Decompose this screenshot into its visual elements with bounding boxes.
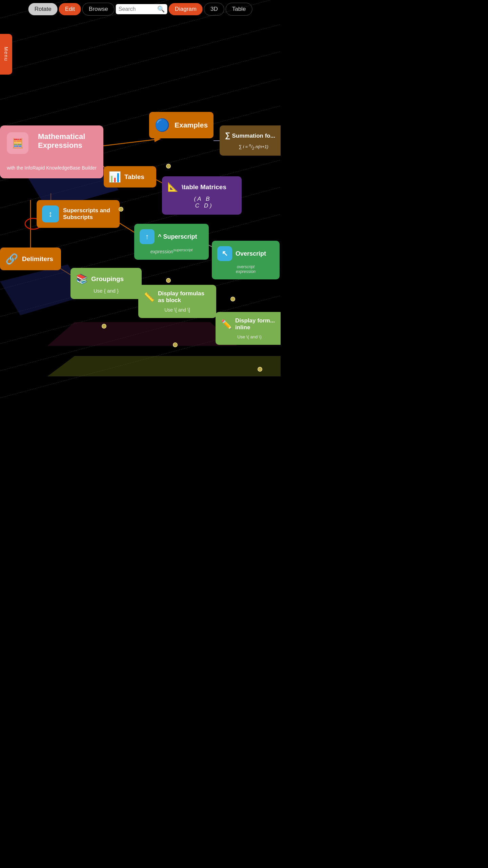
svg-marker-14 bbox=[47, 356, 281, 376]
menu-label: Menu bbox=[3, 47, 9, 61]
matrices-icon: 📐 bbox=[167, 182, 178, 192]
node-block[interactable]: 📏 Display formulas as block Use \[ and \… bbox=[138, 285, 216, 318]
superscript-icon: ↑ bbox=[140, 229, 155, 244]
math-title: Mathematical Expressions bbox=[38, 132, 97, 150]
pin-groupings bbox=[102, 324, 106, 329]
pin-examples bbox=[166, 164, 171, 169]
svg-marker-13 bbox=[47, 322, 237, 346]
math-subtitle: with the InfoRapid KnowledgeBase Builder bbox=[7, 165, 97, 172]
groupings-title: 📚 Groupings bbox=[76, 273, 136, 284]
pin-inline bbox=[258, 367, 262, 372]
pin-overscript bbox=[230, 297, 235, 301]
block-icon: 📏 bbox=[144, 292, 155, 302]
node-inline[interactable]: ✏️ Display form... inline Use \( and \) bbox=[216, 312, 281, 345]
search-input[interactable] bbox=[119, 6, 156, 12]
superscript-title: ↑ ^ Superscript bbox=[140, 229, 203, 244]
inline-title: ✏️ Display form... inline bbox=[221, 317, 278, 331]
groupings-sub: Use { and } bbox=[76, 288, 136, 294]
matrices-formula: ( A B C D ) bbox=[167, 196, 236, 209]
node-summation[interactable]: ∑ Summation fo... ∑ i = n/2 n(n+1) bbox=[220, 125, 281, 156]
overscript-icon: ↖ bbox=[217, 246, 232, 261]
math-icon: 🧮 bbox=[7, 132, 28, 154]
delimiters-icon: 🔗 bbox=[5, 253, 18, 265]
inline-sub: Use \( and \) bbox=[221, 334, 278, 339]
summation-formula: ∑ i = n/2 n(n+1) bbox=[225, 143, 281, 150]
block-sub: Use \[ and \] bbox=[144, 307, 211, 313]
superscript-formula: expressionsuperscript bbox=[140, 248, 203, 254]
grid-line bbox=[0, 0, 281, 109]
search-icon: 🔍 bbox=[157, 5, 165, 13]
node-examples[interactable]: 🔵 Examples bbox=[149, 112, 214, 138]
overscript-formula: overscriptexpression bbox=[217, 264, 274, 274]
node-superscript[interactable]: ↑ ^ Superscript expressionsuperscript bbox=[134, 224, 209, 260]
browse-button[interactable]: Browse bbox=[82, 3, 115, 16]
node-tables[interactable]: 📊 Tables bbox=[104, 166, 156, 188]
node-delimiters[interactable]: 🔗 Delimiters bbox=[0, 248, 61, 270]
edit-button[interactable]: Edit bbox=[59, 3, 81, 15]
toolbar: Rotate Edit Browse 🔍 Diagram 3D Table bbox=[28, 3, 252, 16]
groupings-icon: 📚 bbox=[76, 273, 88, 284]
examples-icon: 🔵 bbox=[155, 118, 170, 132]
node-matrices[interactable]: 📐 \table Matrices ( A B C D ) bbox=[162, 176, 242, 215]
tables-icon: 📊 bbox=[108, 171, 121, 183]
overscript-title: ↖ Overscript bbox=[217, 246, 274, 261]
grid-line bbox=[0, 0, 281, 136]
table-button[interactable]: Table bbox=[226, 3, 252, 16]
3d-button[interactable]: 3D bbox=[204, 3, 224, 16]
matrices-title: 📐 \table Matrices bbox=[167, 182, 236, 192]
delimiters-label: Delimiters bbox=[22, 255, 53, 263]
pin-tables bbox=[119, 207, 123, 212]
supersub-label: Superscripts and Subscripts bbox=[63, 207, 114, 221]
pin-superscript bbox=[166, 278, 171, 283]
examples-label: Examples bbox=[175, 121, 208, 129]
tables-label: Tables bbox=[124, 173, 144, 181]
search-container: 🔍 bbox=[116, 4, 167, 14]
supersub-icon: ↕ bbox=[42, 205, 59, 222]
menu-button[interactable]: Menu bbox=[0, 34, 12, 75]
canvas: 🧮 Mathematical Expressions with the Info… bbox=[0, 0, 281, 608]
node-groupings[interactable]: 📚 Groupings Use { and } bbox=[70, 268, 142, 299]
block-title: 📏 Display formulas as block bbox=[144, 290, 211, 304]
rotate-button[interactable]: Rotate bbox=[28, 3, 58, 15]
node-math[interactable]: 🧮 Mathematical Expressions with the Info… bbox=[0, 125, 103, 178]
node-overscript[interactable]: ↖ Overscript overscriptexpression bbox=[212, 241, 280, 279]
node-supersub[interactable]: ↕ Superscripts and Subscripts bbox=[37, 200, 120, 228]
diagram-button[interactable]: Diagram bbox=[169, 3, 203, 15]
pin-block bbox=[173, 342, 178, 347]
inline-icon: ✏️ bbox=[221, 319, 232, 330]
summation-title: ∑ Summation fo... bbox=[225, 131, 281, 140]
